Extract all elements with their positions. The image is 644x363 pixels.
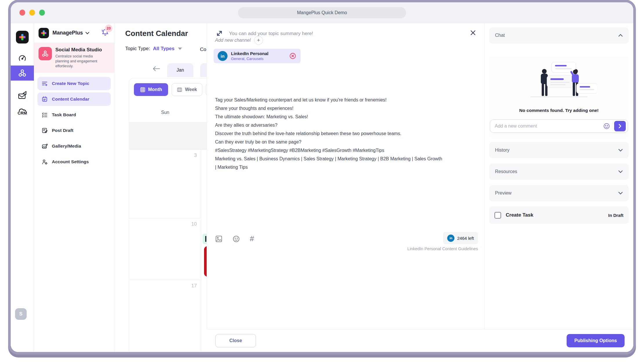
insert-hashtag-button[interactable]: # (250, 234, 254, 243)
channel-tags: General, Carousels (231, 57, 268, 61)
day-number: 3 (194, 153, 197, 158)
day-number: 17 (191, 283, 197, 289)
zoom-window-button[interactable] (39, 10, 45, 16)
studio-title: Social Media Studio (55, 47, 102, 53)
history-title: History (495, 148, 510, 153)
preview-section: Preview (489, 185, 629, 201)
close-modal-button[interactable] (470, 30, 476, 37)
icon-rail: CRM (11, 23, 34, 352)
manageplus-logo-icon (16, 31, 29, 43)
topic-type-value[interactable]: All Types (153, 46, 174, 52)
notification-badge: 20 (105, 25, 112, 32)
view-toggle-week[interactable]: Week (172, 83, 202, 96)
account-settings-icon (41, 159, 48, 165)
comment-input-row (490, 119, 628, 133)
channel-chip-linkedin[interactable]: in LinkedIn Personal General, Carousels (214, 49, 301, 63)
grid-icon (140, 87, 145, 92)
brand-name: ManagePlus (52, 30, 83, 36)
modal-footer: Close Publishing Options (207, 329, 633, 352)
rail-item-social-studio[interactable] (11, 66, 34, 81)
app-logo[interactable] (11, 31, 34, 43)
sidebar-item-create-new-topic[interactable]: Create New Topic (37, 77, 111, 90)
content-guidelines-link[interactable]: LinkedIn Personal Content Guidelines (407, 246, 478, 251)
rail-item-campaigns[interactable] (11, 90, 34, 100)
remove-circle-icon (289, 52, 296, 60)
create-task-checkbox[interactable] (494, 212, 501, 219)
arrow-left-icon (152, 66, 161, 72)
publishing-options-button[interactable]: Publishing Options (567, 334, 625, 347)
window-title: MangePlus Quick Demo (238, 7, 406, 18)
sidebar-item-content-calendar[interactable]: Content Calendar (37, 92, 111, 106)
send-comment-button[interactable] (614, 121, 626, 131)
chevron-down-icon (618, 192, 623, 195)
weekday-header-sun: Sun (129, 110, 201, 115)
add-channel-row: Add new channel + (215, 36, 263, 45)
resources-title: Resources (495, 169, 517, 174)
calendar-icon (41, 96, 48, 102)
sidebar-header: ManagePlus 20 (34, 23, 114, 43)
sidebar-item-account-settings[interactable]: Account Settings (37, 155, 111, 168)
linkedin-icon: in (447, 235, 454, 242)
emoji-icon (603, 123, 610, 130)
chars-left-label: 2464 left (457, 236, 474, 241)
history-section: History (489, 142, 629, 158)
preview-section-header[interactable]: Preview (489, 185, 629, 201)
calendar-day-cell[interactable]: 17 (129, 280, 201, 352)
insert-emoji-button[interactable] (232, 235, 240, 243)
add-channel-label: Add new channel (215, 38, 251, 43)
menu-label: Content Calendar (52, 97, 89, 102)
sidebar-item-gallery-media[interactable]: Gallery/Media (37, 139, 111, 153)
post-body-editor[interactable]: Tag your Sales/Marketing counterpart and… (215, 96, 444, 171)
comment-emoji-button[interactable] (603, 123, 610, 130)
preview-title: Preview (495, 190, 512, 196)
workspace-switcher[interactable] (85, 30, 90, 36)
rail-item-dashboard[interactable] (11, 53, 34, 63)
topic-type-filter: Topic Type: All Types (125, 46, 182, 52)
create-task-row: Create Task In Draft (489, 206, 629, 224)
rail-item-crm[interactable]: CRM (11, 106, 34, 117)
draft-icon (41, 127, 48, 134)
speedometer-icon (18, 53, 27, 63)
content-area: CRM S ManagePlus 20 (11, 23, 633, 352)
previous-month-button[interactable] (152, 66, 161, 73)
sidebar-item-task-board[interactable]: Task Board (37, 108, 111, 121)
topic-summary-hint[interactable]: You can add your topic summary here! (229, 31, 313, 37)
day-number: 10 (191, 221, 197, 227)
tab-month-jan[interactable]: Jan (167, 63, 193, 77)
calendar-day-cell[interactable]: 10 (129, 218, 201, 280)
chat-section: Chat (489, 27, 629, 137)
menu-label: Gallery/Media (52, 144, 81, 149)
studio-card[interactable]: Social Media Studio Centralize social me… (34, 43, 114, 73)
traffic-lights (19, 10, 45, 16)
truncated-filter-label: Co (200, 47, 206, 52)
chat-body: No comments found. Try adding one! (489, 57, 629, 137)
topic-type-label: Topic Type: (125, 46, 150, 52)
create-topic-icon (41, 80, 48, 87)
caret-down-icon (178, 48, 182, 50)
history-section-header[interactable]: History (489, 142, 629, 158)
view-month-label: Month (148, 87, 162, 92)
sidebar-item-post-draft[interactable]: Post Draft (37, 124, 111, 137)
view-toggle-month[interactable]: Month (134, 83, 168, 96)
menu-label: Account Settings (52, 159, 89, 164)
svg-text:CRM: CRM (17, 111, 27, 115)
send-chevron-icon (618, 124, 622, 128)
chevron-down-icon (618, 170, 623, 173)
linkedin-icon: in (218, 51, 228, 61)
create-task-label: Create Task (506, 212, 533, 218)
view-week-label: Week (185, 87, 197, 92)
chat-section-header[interactable]: Chat (489, 27, 629, 43)
resources-section-header[interactable]: Resources (489, 164, 629, 180)
notifications-button[interactable]: 20 (101, 28, 110, 38)
titlebar: MangePlus Quick Demo (11, 2, 633, 23)
add-channel-button[interactable]: + (254, 36, 263, 45)
support-widget-button[interactable]: S (15, 308, 27, 320)
close-button[interactable]: Close (215, 334, 256, 347)
calendar-day-cell[interactable]: 3 (129, 150, 201, 218)
char-counter: in 2464 left (443, 232, 478, 244)
minimize-window-button[interactable] (29, 10, 35, 16)
close-window-button[interactable] (19, 10, 25, 16)
remove-channel-button[interactable] (289, 52, 296, 60)
right-panel: Chat (485, 23, 633, 329)
insert-image-button[interactable] (215, 235, 223, 243)
